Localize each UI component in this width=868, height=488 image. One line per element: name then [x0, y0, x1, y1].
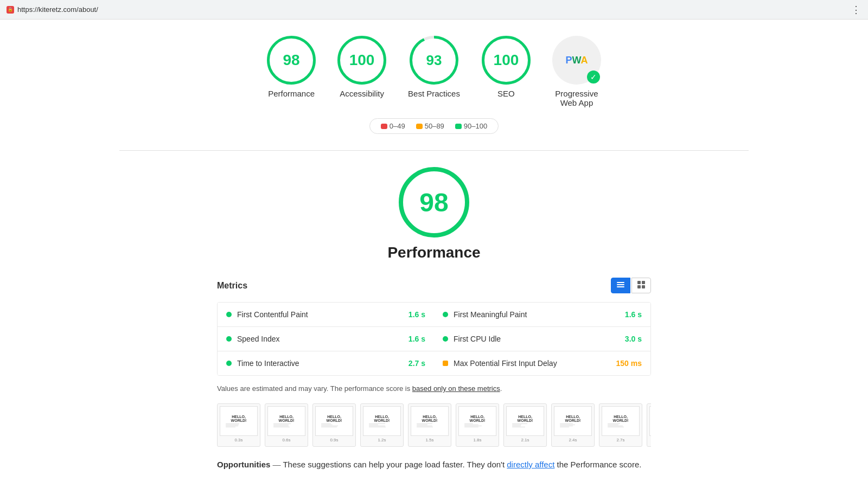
- big-score-section: 98 Performance: [119, 167, 749, 261]
- metric-name-si: Speed Index: [237, 335, 403, 343]
- main-content: 98 Performance 100 Accessibility 93 Best…: [108, 20, 760, 487]
- legend-dot-high: [455, 124, 462, 129]
- score-item-performance: 98 Performance: [267, 36, 316, 98]
- pwa-check-icon: ✓: [587, 70, 600, 84]
- metric-name-fcp: First Contentful Paint: [237, 310, 403, 319]
- metric-value-fmp: 1.6 s: [625, 310, 642, 319]
- metrics-section: Metrics: [217, 278, 651, 469]
- metric-dot-mpfid: [443, 361, 448, 366]
- opportunities-link[interactable]: directly affect: [507, 460, 554, 469]
- toggle-list-btn[interactable]: [611, 278, 630, 293]
- thumbnail-screen: HELLO, WORLD!: [458, 406, 496, 436]
- section-divider: [119, 150, 749, 151]
- url-bar[interactable]: https://kiteretz.com/about/: [17, 5, 851, 14]
- thumbnail-item: HELLO, WORLD!2.7s: [599, 403, 642, 447]
- metric-row-fmp: First Meaningful Paint 1.6 s: [434, 303, 650, 327]
- svg-rect-0: [617, 282, 624, 283]
- legend-dot-medium: [416, 124, 423, 129]
- opportunities-title: Opportunities — These suggestions can he…: [217, 460, 651, 469]
- browser-chrome: 🔒 https://kiteretz.com/about/ ⋮: [0, 0, 868, 20]
- svg-rect-6: [642, 285, 645, 288]
- score-circle-performance[interactable]: 98: [267, 36, 316, 85]
- score-label-accessibility: Accessibility: [340, 89, 384, 98]
- thumbnail-screen: HELLO, WORLD!: [315, 406, 353, 436]
- metric-name-fmp: First Meaningful Paint: [454, 310, 620, 319]
- thumbnail-item: HELLO, WORLD!1.5s: [408, 403, 451, 447]
- legend-inner: 0–49 50–89 90–100: [369, 118, 499, 134]
- thumbnail-screen: HELLO, WORLD!: [411, 406, 449, 436]
- thumbnail-screen: HELLO, WORLD!: [363, 406, 401, 436]
- metric-row-mpfid: Max Potential First Input Delay 150 ms: [434, 351, 650, 375]
- big-score-circle[interactable]: 98: [399, 167, 469, 237]
- metrics-grid: First Contentful Paint 1.6 s First Meani…: [217, 302, 651, 376]
- legend-dot-low: [381, 124, 387, 129]
- thumbnail-screen: HELLO, WORLD!: [554, 406, 592, 436]
- svg-rect-1: [617, 284, 624, 285]
- metric-value-si: 1.6 s: [409, 335, 425, 343]
- opportunities-section: Opportunities — These suggestions can he…: [217, 460, 651, 469]
- svg-rect-3: [637, 281, 641, 284]
- thumbnail-item: HELLO, WORLD!0.3s: [217, 403, 260, 447]
- legend-low: 0–49: [381, 122, 405, 130]
- score-label-seo: SEO: [497, 89, 515, 98]
- view-toggle: [611, 278, 651, 293]
- metric-dot-fcp: [226, 312, 232, 317]
- metric-value-tti: 2.7 s: [409, 359, 425, 368]
- legend: 0–49 50–89 90–100: [119, 118, 749, 134]
- pwa-text: PWA: [565, 55, 588, 66]
- metric-value-mpfid: 150 ms: [616, 359, 642, 368]
- thumbnail-item: HELLO, WORLD!2.4s: [551, 403, 595, 447]
- metric-name-mpfid: Max Potential First Input Delay: [454, 359, 611, 368]
- thumbnail-item: HELLO, WORLD!0.6s: [265, 403, 308, 447]
- score-item-seo: 100 SEO: [482, 36, 531, 98]
- browser-menu-icon[interactable]: ⋮: [851, 4, 861, 16]
- thumbnail-screen: HELLO, WORLD!: [220, 406, 258, 436]
- metric-dot-tti: [226, 361, 232, 366]
- thumbnails-row: HELLO, WORLD!0.3sHELLO, WORLD!0.6sHELLO,…: [217, 403, 651, 447]
- score-item-pwa: PWA ✓ ProgressiveWeb App: [552, 36, 601, 107]
- thumbnail-item: HELLO, WORLD!2.1s: [503, 403, 547, 447]
- svg-rect-4: [642, 281, 645, 284]
- metric-name-fci: First CPU Idle: [454, 335, 620, 343]
- metric-row-tti: Time to Interactive 2.7 s: [218, 351, 434, 375]
- thumbnail-screen: HELLO, WORLD!: [649, 406, 651, 436]
- score-circle-accessibility[interactable]: 100: [337, 36, 386, 85]
- scores-row: 98 Performance 100 Accessibility 93 Best…: [119, 36, 749, 107]
- big-score-label: Performance: [387, 244, 480, 261]
- thumbnail-item: HELLO, WORLD!3.0s: [647, 403, 651, 447]
- metric-row-fcp: First Contentful Paint 1.6 s: [218, 303, 434, 327]
- metric-value-fci: 3.0 s: [625, 335, 642, 343]
- svg-rect-2: [617, 286, 624, 287]
- metrics-note-link[interactable]: based only on these metrics: [412, 384, 500, 393]
- thumbnail-screen: HELLO, WORLD!: [506, 406, 544, 436]
- metric-dot-fci: [443, 336, 448, 342]
- thumbnail-item: HELLO, WORLD!0.9s: [312, 403, 356, 447]
- pwa-circle[interactable]: PWA ✓: [552, 36, 601, 85]
- score-circle-seo[interactable]: 100: [482, 36, 531, 85]
- metric-dot-fmp: [443, 312, 448, 317]
- score-item-accessibility: 100 Accessibility: [337, 36, 386, 98]
- score-label-best-practices: Best Practices: [408, 89, 460, 98]
- metric-dot-si: [226, 336, 232, 342]
- score-circle-best-practices[interactable]: 93: [410, 36, 458, 85]
- metric-name-tti: Time to Interactive: [237, 359, 403, 368]
- metric-row-fci: First CPU Idle 3.0 s: [434, 327, 650, 351]
- score-label-performance: Performance: [268, 89, 315, 98]
- legend-medium: 50–89: [416, 122, 444, 130]
- lock-icon: 🔒: [7, 6, 14, 14]
- metric-value-fcp: 1.6 s: [409, 310, 425, 319]
- toggle-grid-btn[interactable]: [631, 278, 651, 293]
- legend-high: 90–100: [455, 122, 487, 130]
- score-item-best-practices: 93 Best Practices: [408, 36, 460, 98]
- metrics-title: Metrics: [217, 281, 247, 291]
- metrics-note: Values are estimated and may vary. The p…: [217, 384, 651, 393]
- thumbnail-screen: HELLO, WORLD!: [602, 406, 640, 436]
- list-icon: [617, 281, 624, 288]
- grid-icon: [637, 281, 645, 288]
- thumbnail-item: HELLO, WORLD!1.8s: [456, 403, 499, 447]
- svg-rect-5: [637, 285, 641, 288]
- metric-row-si: Speed Index 1.6 s: [218, 327, 434, 351]
- score-label-pwa: ProgressiveWeb App: [555, 89, 598, 107]
- thumbnail-screen: HELLO, WORLD!: [267, 406, 305, 436]
- metrics-header: Metrics: [217, 278, 651, 293]
